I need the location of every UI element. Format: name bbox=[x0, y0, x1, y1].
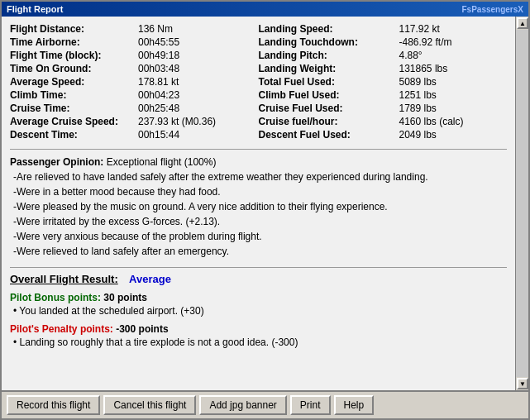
print-button[interactable]: Print bbox=[290, 395, 331, 415]
stat-row: Total Fuel Used:5089 lbs bbox=[259, 76, 508, 88]
stat-value: 4160 lbs (calc) bbox=[399, 116, 464, 127]
stat-value: 5089 lbs bbox=[399, 76, 437, 88]
bonus-title: Pilot Bonus points: bbox=[10, 292, 103, 303]
penalty-title: Pilot's Penalty points: bbox=[10, 323, 116, 335]
stat-row: Landing Pitch:4.88° bbox=[259, 50, 508, 61]
passenger-item: -Were irritated by the excess G-forces. … bbox=[13, 214, 507, 229]
scroll-up-btn[interactable]: ▲ bbox=[517, 17, 528, 29]
help-button[interactable]: Help bbox=[334, 395, 375, 415]
stat-row: Cruise fuel/hour:4160 lbs (calc) bbox=[259, 116, 508, 127]
record-flight-button[interactable]: Record this flight bbox=[7, 395, 100, 415]
stat-value: 2049 lbs bbox=[399, 129, 437, 141]
stats-left-col: Flight Distance:136 NmTime Airborne:00h4… bbox=[10, 23, 259, 141]
stats-grid: Flight Distance:136 NmTime Airborne:00h4… bbox=[10, 23, 507, 141]
window-title: Flight Report bbox=[7, 4, 63, 14]
stat-row: Cruise Fuel Used:1789 lbs bbox=[259, 103, 508, 114]
stat-row: Flight Time (block):00h49:18 bbox=[10, 50, 259, 61]
overall-value: Average bbox=[129, 273, 171, 285]
penalty-section: Pilot's Penalty points: -300 points • La… bbox=[10, 323, 507, 350]
passenger-section: Passenger Opinion: Exceptional flight (1… bbox=[10, 155, 507, 259]
passenger-opinion-label: Passenger Opinion: bbox=[10, 156, 107, 168]
stat-label: Cruise Fuel Used: bbox=[259, 103, 399, 114]
penalty-value: -300 points bbox=[116, 323, 168, 335]
overall-section: Overall Flight Result: Average bbox=[10, 273, 507, 285]
stat-row: Time Airborne:00h45:55 bbox=[10, 36, 259, 48]
stat-label: Descent Time: bbox=[10, 129, 138, 141]
stat-label: Climb Time: bbox=[10, 89, 138, 101]
title-bar: Flight Report FsPassengersX bbox=[2, 2, 528, 17]
stat-row: Average Cruise Speed:237.93 kt (M0.36) bbox=[10, 116, 259, 127]
footer: Record this flight Cancel this flight Ad… bbox=[2, 390, 528, 418]
passenger-item: -Are relieved to have landed safely afte… bbox=[13, 169, 507, 184]
stat-label: Cruise Time: bbox=[10, 103, 138, 114]
stat-label: Time On Ground: bbox=[10, 63, 138, 74]
add-jpg-banner-button[interactable]: Add jpg banner bbox=[199, 395, 286, 415]
stat-row: Descent Time:00h15:44 bbox=[10, 129, 259, 141]
overall-label: Overall Flight Result: bbox=[10, 273, 118, 285]
stat-label: Flight Distance: bbox=[10, 23, 138, 35]
stat-label: Descent Fuel Used: bbox=[259, 129, 399, 141]
stat-label: Flight Time (block): bbox=[10, 50, 138, 61]
stat-value: 00h03:48 bbox=[138, 63, 179, 74]
content-area: Flight Distance:136 NmTime Airborne:00h4… bbox=[2, 17, 515, 390]
stat-label: Landing Speed: bbox=[259, 23, 399, 35]
bonus-value: 30 points bbox=[103, 292, 147, 303]
stat-row: Landing Speed:117.92 kt bbox=[259, 23, 508, 35]
stat-value: 237.93 kt (M0.36) bbox=[138, 116, 216, 127]
window-subtitle: FsPassengersX bbox=[462, 5, 524, 14]
bonus-section: Pilot Bonus points: 30 points • You land… bbox=[10, 292, 507, 318]
scroll-down-btn[interactable]: ▼ bbox=[517, 378, 528, 389]
stat-row: Climb Fuel Used:1251 lbs bbox=[259, 89, 508, 101]
stat-row: Cruise Time:00h25:48 bbox=[10, 103, 259, 114]
passenger-item: -Were in a better mood because they had … bbox=[13, 184, 507, 199]
stat-row: Landing Touchdown:-486.92 ft/m bbox=[259, 36, 508, 48]
passenger-item: -Were pleased by the music on ground. A … bbox=[13, 199, 507, 214]
stat-value: 1789 lbs bbox=[399, 103, 437, 114]
passenger-item: -Were very anxious because of the proble… bbox=[13, 229, 507, 244]
stat-label: Average Speed: bbox=[10, 76, 138, 88]
bonus-item: • You landed at the scheduled airport. (… bbox=[13, 303, 507, 318]
stat-value: 136 Nm bbox=[138, 23, 173, 35]
penalty-item: • Landing so roughly that a tire explode… bbox=[13, 335, 507, 350]
cancel-flight-button[interactable]: Cancel this flight bbox=[103, 395, 196, 415]
flight-report-window: Flight Report FsPassengersX Flight Dista… bbox=[0, 0, 530, 420]
stat-value: -486.92 ft/m bbox=[399, 36, 452, 48]
stats-right-col: Landing Speed:117.92 ktLanding Touchdown… bbox=[259, 23, 508, 141]
stat-label: Landing Touchdown: bbox=[259, 36, 399, 48]
stat-value: 00h15:44 bbox=[138, 129, 179, 141]
stat-value: 00h45:55 bbox=[138, 36, 179, 48]
stat-label: Climb Fuel Used: bbox=[259, 89, 399, 101]
stat-row: Flight Distance:136 Nm bbox=[10, 23, 259, 35]
stat-row: Descent Fuel Used:2049 lbs bbox=[259, 129, 508, 141]
stat-label: Landing Weight: bbox=[259, 63, 399, 74]
stat-value: 131865 lbs bbox=[399, 63, 448, 74]
stat-label: Cruise fuel/hour: bbox=[259, 116, 399, 127]
scrollbar[interactable]: ▲ ▼ bbox=[515, 17, 528, 390]
stat-row: Landing Weight:131865 lbs bbox=[259, 63, 508, 74]
stat-value: 178.81 kt bbox=[138, 76, 179, 88]
stat-value: 1251 lbs bbox=[399, 89, 437, 101]
stat-row: Climb Time:00h04:23 bbox=[10, 89, 259, 101]
stat-label: Average Cruise Speed: bbox=[10, 116, 138, 127]
passenger-opinion-value: Exceptional flight (100%) bbox=[107, 156, 217, 168]
stat-value: 4.88° bbox=[399, 50, 423, 61]
stat-value: 00h25:48 bbox=[138, 103, 179, 114]
stat-label: Total Fuel Used: bbox=[259, 76, 399, 88]
passenger-item: -Were relieved to land safely after an e… bbox=[13, 244, 507, 259]
stat-label: Landing Pitch: bbox=[259, 50, 399, 61]
stat-label: Time Airborne: bbox=[10, 36, 138, 48]
stat-value: 00h04:23 bbox=[138, 89, 179, 101]
stat-row: Average Speed:178.81 kt bbox=[10, 76, 259, 88]
stat-value: 117.92 kt bbox=[399, 23, 440, 35]
stat-value: 00h49:18 bbox=[138, 50, 179, 61]
stat-row: Time On Ground:00h03:48 bbox=[10, 63, 259, 74]
